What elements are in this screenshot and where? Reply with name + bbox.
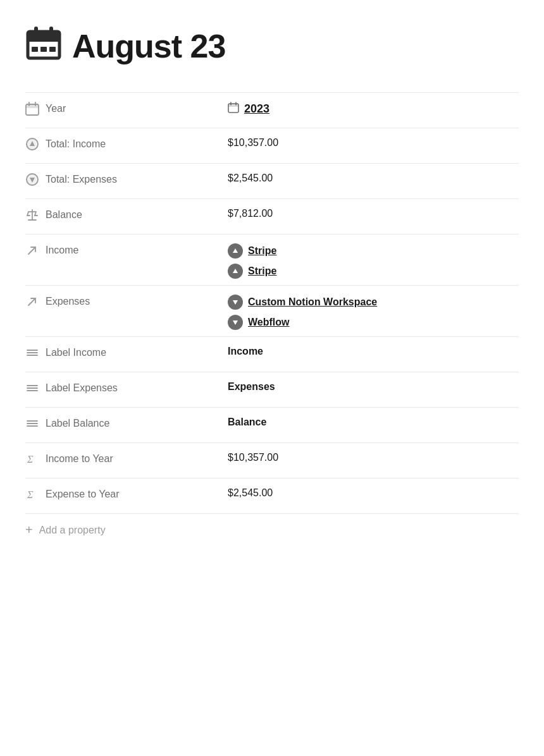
relation-label-expenses-0: Custom Notion Workspace — [248, 296, 377, 308]
svg-rect-1 — [28, 32, 59, 42]
relation-item-expenses-1[interactable]: Webflow — [228, 315, 519, 330]
year-value[interactable]: 2023 — [228, 102, 519, 116]
relation-label-income-0: Stripe — [248, 245, 276, 257]
prop-label-balance: Balance — [25, 205, 228, 222]
prop-value-expenses: Custom Notion WorkspaceWebflow — [228, 292, 519, 330]
arrow-diagonal-icon — [25, 295, 39, 308]
page-header: August 23 — [25, 25, 519, 67]
relation-label-income-1: Stripe — [248, 265, 276, 277]
svg-marker-29 — [233, 248, 238, 253]
calendar-icon — [25, 102, 39, 116]
relation-item-expenses-0[interactable]: Custom Notion Workspace — [228, 295, 519, 310]
income-arrow-icon — [228, 243, 243, 259]
add-property-button[interactable]: + Add a property — [25, 513, 519, 546]
prop-label-income-to-year: Σ Income to Year — [25, 449, 228, 466]
svg-rect-5 — [40, 47, 47, 52]
arrow-up-circle-icon — [25, 137, 39, 151]
prop-value-total-income: $10,357.00 — [228, 135, 519, 149]
svg-marker-33 — [233, 320, 238, 325]
prop-label-text-income-to-year: Income to Year — [46, 453, 113, 465]
prop-value-total-expenses: $2,545.00 — [228, 170, 519, 184]
svg-marker-30 — [233, 269, 238, 273]
prop-value-text-total-income: $10,357.00 — [228, 137, 519, 149]
prop-row-expense-to-year: Σ Expense to Year$2,545.00 — [25, 478, 519, 513]
svg-rect-6 — [49, 47, 56, 52]
relation-label-expenses-1: Webflow — [248, 317, 289, 328]
expense-arrow-icon — [228, 315, 243, 330]
svg-text:Σ: Σ — [27, 489, 34, 500]
prop-label-label-expenses: Label Expenses — [25, 379, 228, 395]
sigma-icon: Σ — [25, 487, 39, 501]
lines-icon — [25, 346, 39, 360]
svg-rect-12 — [228, 104, 238, 107]
prop-label-label-income: Label Income — [25, 343, 228, 360]
expense-arrow-icon — [228, 295, 243, 310]
calendar-large-icon — [25, 25, 62, 67]
income-arrow-icon — [228, 264, 243, 279]
prop-row-label-expenses: Label ExpensesExpenses — [25, 372, 519, 407]
year-cal-icon — [228, 102, 239, 116]
prop-row-balance: Balance$7,812.00 — [25, 198, 519, 234]
prop-row-label-income: Label IncomeIncome — [25, 336, 519, 372]
prop-value-label-expenses: Expenses — [228, 379, 519, 393]
prop-value-label-balance: Balance — [228, 414, 519, 428]
prop-label-text-expense-to-year: Expense to Year — [46, 489, 120, 500]
add-property-label: Add a property — [39, 525, 106, 536]
balance-icon — [25, 208, 39, 222]
prop-row-total-income: Total: Income$10,357.00 — [25, 128, 519, 163]
arrow-diagonal-icon — [25, 243, 39, 257]
prop-label-total-expenses: Total: Expenses — [25, 170, 228, 186]
prop-row-label-balance: Label BalanceBalance — [25, 407, 519, 442]
svg-text:Σ: Σ — [27, 454, 34, 465]
year-text: 2023 — [244, 102, 269, 116]
svg-marker-32 — [233, 300, 238, 305]
prop-value-balance: $7,812.00 — [228, 205, 519, 219]
lines-icon — [25, 381, 39, 395]
relation-item-income-1[interactable]: Stripe — [228, 264, 519, 279]
svg-rect-8 — [26, 104, 39, 108]
prop-label-income: Income — [25, 241, 228, 257]
prop-value-text-income-to-year: $10,357.00 — [228, 452, 519, 463]
prop-value-text-expense-to-year: $2,545.00 — [228, 487, 519, 499]
prop-label-text-year: Year — [46, 103, 66, 114]
prop-label-expenses: Expenses — [25, 292, 228, 308]
lines-icon — [25, 417, 39, 430]
prop-label-expense-to-year: Σ Expense to Year — [25, 485, 228, 501]
prop-value-income-to-year: $10,357.00 — [228, 449, 519, 463]
prop-label-text-total-income: Total: Income — [46, 138, 106, 150]
prop-row-income-to-year: Σ Income to Year$10,357.00 — [25, 442, 519, 478]
prop-row-expenses: ExpensesCustom Notion WorkspaceWebflow — [25, 285, 519, 336]
prop-row-year: Year2023 — [25, 92, 519, 128]
prop-row-income: IncomeStripeStripe — [25, 234, 519, 285]
arrow-down-circle-icon — [25, 173, 39, 186]
prop-label-text-label-income: Label Income — [46, 347, 106, 358]
prop-label-text-expenses: Expenses — [46, 296, 90, 307]
prop-label-label-balance: Label Balance — [25, 414, 228, 430]
prop-label-text-balance: Balance — [46, 209, 82, 221]
prop-value-bold-label-income: Income — [228, 346, 519, 357]
svg-rect-3 — [49, 27, 53, 35]
svg-rect-4 — [32, 47, 38, 52]
svg-line-31 — [28, 298, 35, 305]
prop-label-text-total-expenses: Total: Expenses — [46, 174, 117, 185]
relation-item-income-0[interactable]: Stripe — [228, 243, 519, 259]
prop-value-bold-label-expenses: Expenses — [228, 381, 519, 393]
plus-icon: + — [25, 523, 33, 537]
prop-value-expense-to-year: $2,545.00 — [228, 485, 519, 499]
page-title: August 23 — [72, 27, 225, 65]
sigma-icon: Σ — [25, 452, 39, 466]
svg-rect-2 — [34, 27, 38, 35]
prop-value-text-balance: $7,812.00 — [228, 208, 519, 219]
prop-value-year: 2023 — [228, 99, 519, 116]
prop-label-text-income: Income — [46, 245, 78, 256]
prop-label-total-income: Total: Income — [25, 135, 228, 151]
prop-value-income: StripeStripe — [228, 241, 519, 279]
prop-value-label-income: Income — [228, 343, 519, 357]
prop-row-total-expenses: Total: Expenses$2,545.00 — [25, 163, 519, 198]
prop-label-year: Year — [25, 99, 228, 116]
prop-label-text-label-balance: Label Balance — [46, 418, 109, 429]
prop-value-text-total-expenses: $2,545.00 — [228, 173, 519, 184]
prop-label-text-label-expenses: Label Expenses — [46, 382, 118, 394]
properties-list: Year2023 Total: Income$10,357.00 Total: … — [25, 92, 519, 513]
prop-value-bold-label-balance: Balance — [228, 417, 519, 428]
